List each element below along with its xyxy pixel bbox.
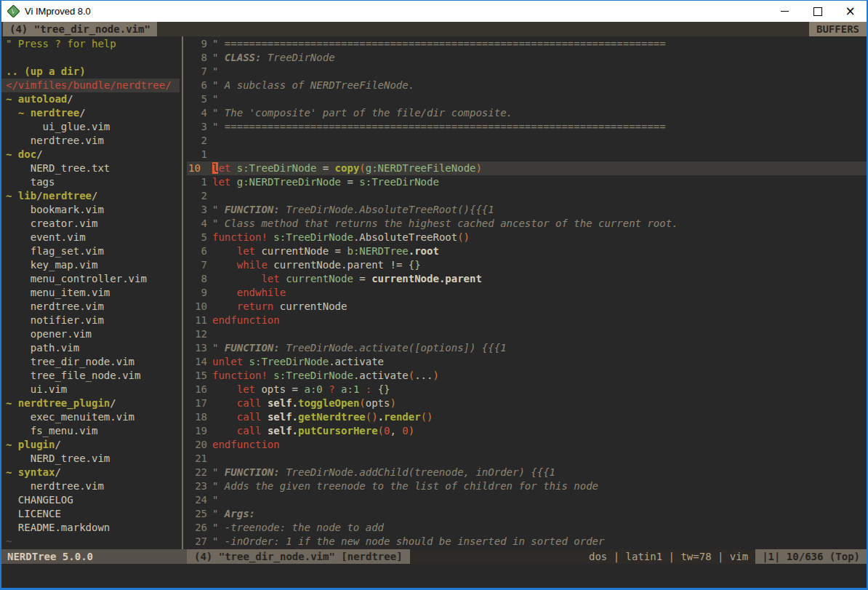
tree-item[interactable]: flag_set.vim <box>1 244 180 258</box>
tree-item[interactable]: ~ autoload/ <box>1 92 180 106</box>
code-line[interactable]: 15function! s:TreeDirNode.activate(...) <box>187 369 867 383</box>
tree-item[interactable]: exec_menuitem.vim <box>1 410 180 424</box>
window-title: Vi IMproved 8.0 <box>25 6 91 17</box>
tree-item[interactable]: NERD_tree.vim <box>1 452 180 466</box>
line-number: 17 <box>187 396 207 410</box>
minimize-button[interactable] <box>768 1 801 22</box>
tree-item[interactable]: ~ lib/nerdtree/ <box>1 189 180 203</box>
tree-item[interactable]: ~ <box>1 535 180 549</box>
line-number: 8 <box>187 272 207 286</box>
tree-item[interactable]: menu_item.vim <box>1 286 180 300</box>
code-line[interactable]: 13" FUNCTION: TreeDirNode.activate([opti… <box>187 341 867 355</box>
code-line[interactable]: 10let s:TreeDirNode = copy(g:NERDTreeFil… <box>187 162 867 175</box>
vim-window: Vi IMproved 8.0 × (4) "tree_dir_node.vim… <box>0 0 868 590</box>
line-number: 1 <box>187 148 207 162</box>
tree-item[interactable]: tree_dir_node.vim <box>1 355 180 369</box>
line-number: 20 <box>187 438 207 452</box>
tree-item[interactable]: CHANGELOG <box>1 493 180 507</box>
close-button[interactable]: × <box>834 1 867 22</box>
line-number: 14 <box>187 355 207 369</box>
code-line[interactable]: 24" <box>187 493 867 507</box>
tree-item[interactable]: .. (up a dir) <box>1 65 180 79</box>
statusline-spacer <box>410 549 589 564</box>
code-line[interactable]: 2 <box>187 134 867 148</box>
code-line[interactable]: 8 let currentNode = currentNode.parent <box>187 272 867 286</box>
code-line[interactable]: 7" <box>187 65 867 79</box>
tree-item[interactable]: nerdtree.vim <box>1 134 180 148</box>
code-line[interactable]: 26" -treenode: the node to add <box>187 521 867 535</box>
code-line[interactable]: 5function! s:TreeDirNode.AbsoluteTreeRoo… <box>187 231 867 244</box>
code-line[interactable]: 12 <box>187 327 867 341</box>
maximize-button[interactable] <box>801 1 834 22</box>
tree-item[interactable]: key_map.vim <box>1 258 180 272</box>
tree-item[interactable]: " Press ? for help <box>1 37 180 51</box>
tab-tree-dir-node[interactable]: (4) "tree_dir_node.vim" <box>3 22 157 36</box>
code-line[interactable]: 9 endwhile <box>187 286 867 300</box>
tree-item[interactable]: notifier.vim <box>1 314 180 327</box>
code-line[interactable]: 6 let currentNode = b:NERDTree.root <box>187 244 867 258</box>
code-line[interactable]: 4" Class method that returns the highest… <box>187 217 867 231</box>
line-number: 11 <box>187 314 207 327</box>
tree-item[interactable]: nerdtree.vim <box>1 300 180 314</box>
code-line[interactable]: 1let g:NERDTreeDirNode = s:TreeDirNode <box>187 175 867 189</box>
tree-item[interactable]: event.vim <box>1 231 180 244</box>
tree-item[interactable]: path.vim <box>1 341 180 355</box>
code-line[interactable]: 18 call self.getNerdtree().render() <box>187 410 867 424</box>
line-number: 2 <box>187 189 207 203</box>
code-line[interactable]: 21 <box>187 452 867 466</box>
code-line[interactable]: 9" =====================================… <box>187 37 867 51</box>
tree-item[interactable]: ~ plugin/ <box>1 438 180 452</box>
tabline: (4) "tree_dir_node.vim" BUFFERS <box>1 22 867 36</box>
code-line[interactable]: 6" A subclass of NERDTreeFileNode. <box>187 79 867 92</box>
tree-item[interactable]: README.markdown <box>1 521 180 535</box>
code-line[interactable]: 23" Adds the given treenode to the list … <box>187 479 867 493</box>
code-line[interactable]: 3" FUNCTION: TreeDirNode.AbsoluteTreeRoo… <box>187 203 867 217</box>
code-line[interactable]: 16 let opts = a:0 ? a:1 : {} <box>187 383 867 396</box>
tree-item[interactable]: tree_file_node.vim <box>1 369 180 383</box>
tree-item[interactable]: bookmark.vim <box>1 203 180 217</box>
tabline-spacer <box>157 22 809 36</box>
window-separator[interactable] <box>180 36 187 549</box>
tree-item[interactable]: tags <box>1 175 180 189</box>
command-line[interactable] <box>1 564 867 588</box>
tree-item[interactable]: ui.vim <box>1 383 180 396</box>
code-line[interactable]: 5" <box>187 92 867 106</box>
line-number: 10 <box>187 300 207 314</box>
code-line[interactable]: 19 call self.putCursorHere(0, 0) <box>187 424 867 438</box>
nerdtree-panel: " Press ? for help.. (up a dir)</vimfile… <box>1 36 180 549</box>
code-line[interactable]: 7 while currentNode.parent != {} <box>187 258 867 272</box>
code-line[interactable]: 25" Args: <box>187 507 867 521</box>
tree-item[interactable]: nerdtree.vim <box>1 479 180 493</box>
tree-item[interactable]: menu_controller.vim <box>1 272 180 286</box>
line-number: 9 <box>187 37 207 51</box>
tree-item[interactable]: ~ nerdtree_plugin/ <box>1 396 180 410</box>
code-line[interactable]: 14unlet s:TreeDirNode.activate <box>187 355 867 369</box>
code-line[interactable]: 4" The 'composite' part of the file/dir … <box>187 106 867 120</box>
code-line[interactable]: 8" CLASS: TreeDirNode <box>187 51 867 65</box>
tree-item[interactable]: LICENCE <box>1 507 180 521</box>
tree-item[interactable]: ui_glue.vim <box>1 120 180 134</box>
code-line[interactable]: 3" =====================================… <box>187 120 867 134</box>
tree-item[interactable]: fs_menu.vim <box>1 424 180 438</box>
code-line[interactable]: 11endfunction <box>187 314 867 327</box>
file-format-info: dos | latin1 | tw=78 | vim <box>589 549 755 564</box>
tree-item[interactable]: ~ syntax/ <box>1 466 180 479</box>
code-line[interactable]: 10 return currentNode <box>187 300 867 314</box>
line-number: 5 <box>187 92 207 106</box>
code-line[interactable]: 2 <box>187 189 867 203</box>
code-line[interactable]: 20endfunction <box>187 438 867 452</box>
tree-item[interactable]: ~ doc/ <box>1 148 180 162</box>
line-number: 24 <box>187 493 207 507</box>
line-number: 26 <box>187 521 207 535</box>
code-line[interactable]: 22" FUNCTION: TreeDirNode.addChild(treen… <box>187 466 867 479</box>
code-line[interactable]: 17 call self.toggleOpen(opts) <box>187 396 867 410</box>
tree-item[interactable]: opener.vim <box>1 327 180 341</box>
code-line[interactable]: 1 <box>187 148 867 162</box>
code-line[interactable]: 27" -inOrder: 1 if the new node should b… <box>187 535 867 549</box>
line-number: 22 <box>187 466 207 479</box>
tree-item[interactable]: creator.vim <box>1 217 180 231</box>
tree-item[interactable]: ~ nerdtree/ <box>1 106 180 120</box>
tree-item[interactable]: NERD_tree.txt <box>1 162 180 175</box>
line-number: 3 <box>187 203 207 217</box>
tree-item[interactable]: </vimfiles/bundle/nerdtree/ <box>1 79 180 92</box>
